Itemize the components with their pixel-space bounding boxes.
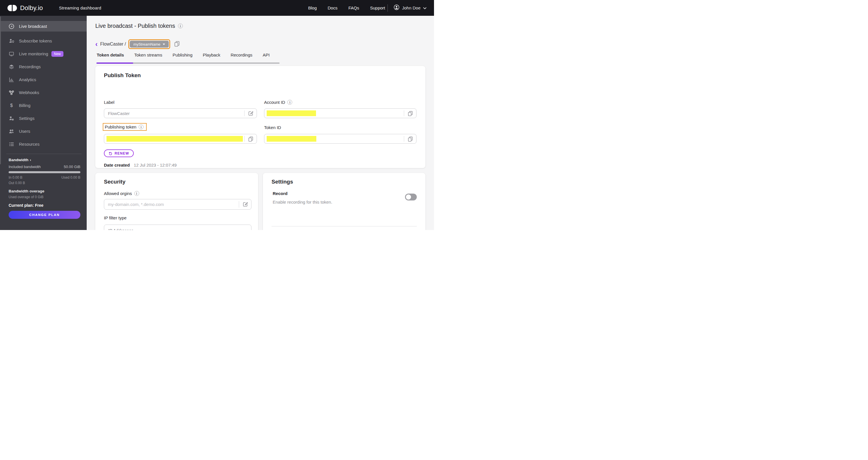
ip-filter-type-label: IP filter type (104, 216, 127, 220)
token-id-label: Token ID (264, 125, 281, 130)
top-link-support[interactable]: Support (370, 5, 385, 10)
bandwidth-out: Out 0.00 B (9, 181, 81, 185)
allowed-origins-input[interactable] (108, 199, 211, 209)
tab-bar: Token detailsToken streamsPublishingPlay… (96, 53, 270, 57)
info-icon[interactable]: i (138, 125, 144, 129)
sidebar-item-live-broadcast[interactable]: Live broadcast (0, 21, 87, 32)
app-title: Streaming dashboard (59, 5, 101, 10)
info-icon[interactable]: i (134, 191, 139, 196)
new-badge: New (51, 51, 63, 57)
copy-stream-name-icon[interactable] (174, 40, 180, 48)
tab-recordings[interactable]: Recordings (230, 53, 253, 57)
dolby-double-d-icon (7, 5, 17, 11)
dolby-logo[interactable]: Dolby.io (7, 4, 43, 12)
edit-icon[interactable] (242, 201, 248, 208)
sidebar-item-label: Live monitoring (19, 51, 48, 56)
back-chevron-icon[interactable]: ‹ (95, 41, 98, 47)
live-monitoring-icon (9, 51, 14, 57)
settings-card: Settings Record Enable recording for thi… (263, 173, 425, 230)
stream-name-dropdown[interactable]: myStreamName (130, 41, 169, 47)
sidebar-item-label: Analytics (19, 77, 36, 82)
date-created-row: Date created 12 Jul 2023 - 12:07:49 (104, 163, 177, 167)
date-created-label: Date created (104, 163, 130, 167)
sidebar-item-subscribe-tokens[interactable]: Subscribe tokens (0, 36, 87, 46)
security-heading: Security (104, 179, 125, 185)
tab-publishing[interactable]: Publishing (172, 53, 193, 57)
copy-icon[interactable] (248, 136, 254, 143)
info-icon[interactable]: i (287, 100, 292, 105)
sidebar-item-settings[interactable]: Settings (0, 113, 87, 124)
recordings-icon (9, 64, 14, 70)
tab-token-details[interactable]: Token details (96, 53, 124, 57)
user-avatar-icon (394, 4, 400, 11)
analytics-icon (9, 77, 14, 83)
current-plan: Current plan: Free (9, 203, 81, 208)
main-content: Live broadcast - Publish tokens i ‹ Flow… (87, 16, 434, 230)
webhooks-icon (9, 90, 14, 96)
ip-filter-type-select[interactable]: IP Addresses (104, 225, 251, 230)
sidebar-item-label: Resources (19, 142, 40, 146)
billing-icon: $ (9, 103, 14, 108)
highlight-annotation-publishing-token: Publishing token i (103, 123, 147, 131)
label-field-label: Label (104, 100, 115, 105)
sidebar-item-live-monitoring[interactable]: Live monitoringNew (0, 48, 87, 59)
bandwidth-title[interactable]: Bandwidth › (9, 158, 81, 162)
bandwidth-panel: Bandwidth › Included bandwidth 50.00 GiB… (0, 154, 87, 219)
subscribe-tokens-icon (9, 38, 14, 44)
publish-token-heading: Publish Token (104, 72, 141, 78)
user-menu[interactable]: John Doe (394, 4, 427, 11)
record-toggle[interactable] (405, 194, 417, 200)
copy-icon[interactable] (407, 110, 413, 118)
edit-icon[interactable] (248, 110, 254, 118)
renew-button[interactable]: RENEW (104, 150, 134, 157)
publishing-token-field (104, 134, 257, 144)
sidebar-item-webhooks[interactable]: Webhooks (0, 87, 87, 98)
sidebar-item-recordings[interactable]: Recordings (0, 61, 87, 72)
settings-divider (272, 226, 417, 227)
allowed-origins-field (104, 199, 251, 210)
bandwidth-progress-bar (9, 171, 81, 173)
copy-icon[interactable] (407, 136, 413, 143)
chevron-down-icon (243, 229, 247, 230)
top-link-faqs[interactable]: FAQs (348, 5, 360, 10)
sidebar-item-label: Recordings (19, 64, 41, 69)
token-id-field (264, 134, 416, 144)
date-created-value: 12 Jul 2023 - 12:07:49 (134, 163, 177, 167)
sidebar: Live broadcastSubscribe tokensLive monit… (0, 16, 87, 230)
security-card: Security Allowed orgins i IP filter type… (95, 173, 258, 230)
redacted-publishing-token (106, 136, 243, 142)
publishing-token-label: Publishing token i (105, 125, 144, 129)
sidebar-scrollbar[interactable] (0, 17, 1, 164)
sidebar-item-billing[interactable]: $Billing (0, 100, 87, 111)
record-label: Record (273, 191, 288, 196)
tab-playback[interactable]: Playback (203, 53, 221, 57)
included-bandwidth-label: Included bandwidth (9, 165, 41, 169)
redacted-token-id (267, 136, 316, 142)
change-plan-button[interactable]: CHANGE PLAN (9, 211, 81, 219)
allowed-origins-label: Allowed orgins i (104, 191, 139, 196)
settings-heading: Settings (272, 179, 293, 185)
tab-token-streams[interactable]: Token streams (134, 53, 163, 57)
sidebar-item-resources[interactable]: Resources (0, 139, 87, 150)
record-description: Enable recording for this token. (273, 200, 332, 204)
page-title: Live broadcast - Publish tokens i (95, 23, 183, 29)
redacted-account-id (267, 110, 316, 116)
label-input[interactable] (108, 109, 215, 118)
top-link-docs[interactable]: Docs (328, 5, 338, 10)
brand-name: Dolby.io (20, 4, 43, 12)
bandwidth-overage-detail: Used overage of 0 GiB (9, 195, 81, 199)
included-bandwidth-value: 50.00 GiB (64, 165, 81, 169)
user-name: John Doe (402, 5, 421, 10)
settings-icon (9, 116, 14, 121)
sidebar-item-label: Subscribe tokens (19, 38, 52, 43)
breadcrumb: ‹ FlowCaster / myStreamName (95, 39, 180, 49)
tab-api[interactable]: API (262, 53, 270, 57)
sidebar-item-label: Webhooks (19, 90, 39, 95)
info-icon[interactable]: i (178, 24, 183, 28)
sidebar-item-analytics[interactable]: Analytics (0, 74, 87, 85)
bandwidth-overage-title: Bandwidth overage (9, 189, 81, 193)
tab-underline-track (96, 63, 280, 64)
top-link-blog[interactable]: Blog (308, 5, 317, 10)
sidebar-item-users[interactable]: Users (0, 126, 87, 136)
top-nav: BlogDocsFAQsSupport (308, 5, 385, 10)
